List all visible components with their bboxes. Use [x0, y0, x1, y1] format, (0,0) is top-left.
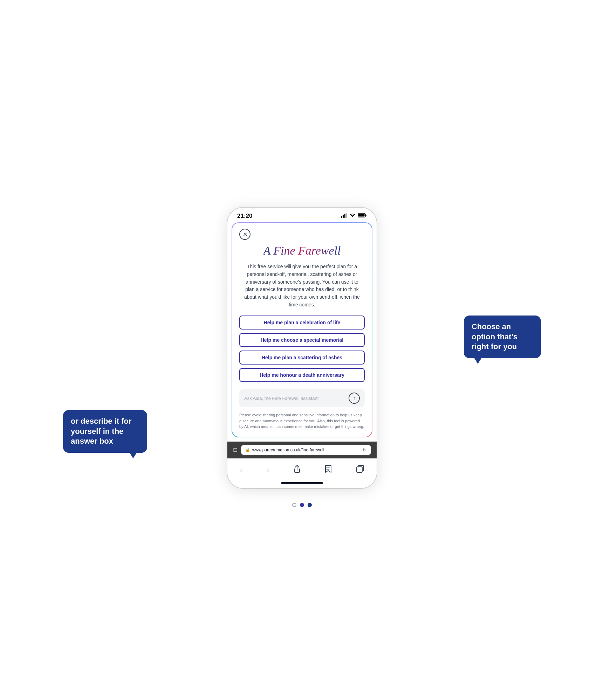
- send-button[interactable]: ↑: [349, 393, 360, 404]
- tabs-button[interactable]: [354, 464, 367, 476]
- logo-area: A Fine Farewell: [239, 244, 365, 257]
- phone-frame: 21:20: [227, 207, 377, 489]
- nav-bar: ‹ ›: [227, 458, 377, 479]
- options-list: Help me plan a celebration of life Help …: [239, 316, 365, 382]
- svg-rect-8: [357, 467, 362, 472]
- app-area: ✕ A Fine Farewell This free service will…: [232, 222, 372, 437]
- dot-2[interactable]: [300, 503, 304, 507]
- forward-button[interactable]: ›: [264, 464, 272, 475]
- svg-rect-1: [343, 215, 344, 218]
- app-description: This free service will give you the perf…: [239, 263, 365, 309]
- input-placeholder: Ask Aida, the Fine Farewell assistant: [244, 396, 349, 401]
- option-scattering[interactable]: Help me plan a scattering of ashes: [239, 351, 365, 365]
- callout-right-text: Choose an option that's right for you: [472, 322, 517, 351]
- lock-icon: 🔒: [245, 448, 250, 452]
- disclaimer-text: Please avoid sharing personal and sensit…: [239, 412, 365, 430]
- svg-rect-2: [344, 214, 345, 218]
- url-text: www.purecremation.co.uk/fine-farewell: [252, 448, 324, 452]
- send-icon: ↑: [353, 395, 356, 401]
- callout-right-bubble: Choose an option that's right for you: [464, 316, 541, 358]
- signal-icon: [341, 213, 347, 219]
- close-button[interactable]: ✕: [239, 229, 250, 240]
- dot-1[interactable]: [292, 503, 296, 507]
- bookmarks-button[interactable]: [322, 464, 335, 476]
- svg-rect-0: [341, 216, 342, 218]
- share-button[interactable]: [291, 464, 303, 476]
- browser-bar: ⊟ 🔒 www.purecremation.co.uk/fine-farewel…: [227, 442, 377, 458]
- dot-3[interactable]: [308, 503, 312, 507]
- input-section[interactable]: Ask Aida, the Fine Farewell assistant ↑: [239, 389, 365, 407]
- back-button[interactable]: ‹: [237, 464, 245, 475]
- battery-icon: [358, 213, 367, 219]
- close-icon: ✕: [243, 231, 247, 238]
- status-bar: 21:20: [227, 208, 377, 222]
- status-time: 21:20: [237, 213, 252, 220]
- refresh-icon[interactable]: ↻: [363, 447, 367, 453]
- callout-left-bubble: or describe it for yourself in the answe…: [63, 410, 147, 453]
- home-bar: [281, 482, 323, 484]
- url-bar[interactable]: 🔒 www.purecremation.co.uk/fine-farewell …: [241, 445, 371, 455]
- option-anniversary[interactable]: Help me honour a death anniversary: [239, 368, 365, 382]
- app-logo: A Fine Farewell: [263, 244, 341, 257]
- svg-rect-3: [346, 213, 347, 218]
- status-icons: [341, 213, 367, 219]
- dots-pagination: [292, 503, 312, 507]
- wifi-icon: [349, 213, 356, 219]
- app-inner: ✕ A Fine Farewell This free service will…: [232, 223, 372, 437]
- option-memorial[interactable]: Help me choose a special memorial: [239, 333, 365, 347]
- svg-rect-5: [365, 215, 366, 216]
- browser-tab-icon: ⊟: [233, 446, 238, 453]
- svg-rect-6: [358, 214, 365, 217]
- callout-left-text: or describe it for yourself in the answe…: [71, 417, 132, 445]
- outer-wrapper: or describe it for yourself in the answe…: [0, 207, 604, 489]
- home-indicator: [227, 479, 377, 488]
- option-celebration[interactable]: Help me plan a celebration of life: [239, 316, 365, 330]
